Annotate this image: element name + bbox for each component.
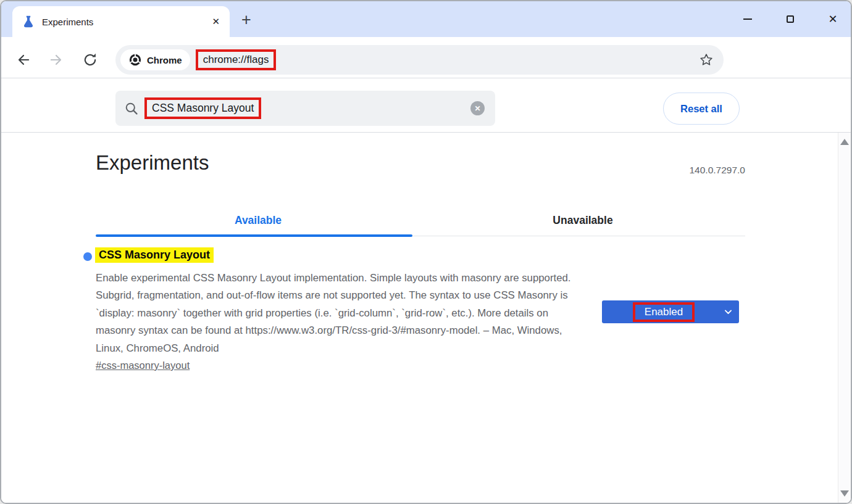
tab-title: Experiments — [42, 17, 212, 27]
reload-icon — [82, 52, 98, 68]
chrome-chip: Chrome — [120, 49, 190, 70]
maximize-button[interactable] — [783, 12, 797, 26]
search-icon — [124, 101, 139, 116]
forward-icon — [48, 52, 64, 68]
scrollbar[interactable] — [838, 133, 851, 503]
select-annotation-box: Enabled — [633, 302, 695, 322]
active-tab-underline — [96, 234, 412, 237]
browser-tab[interactable]: Experiments ✕ — [12, 6, 230, 37]
reset-all-button[interactable]: Reset all — [663, 93, 740, 125]
scroll-up-icon[interactable] — [840, 139, 849, 145]
back-button[interactable] — [15, 52, 31, 68]
browser-window: Experiments ✕ + ✕ — [0, 0, 852, 504]
flag-title-highlighted: CSS Masonry Layout — [95, 247, 214, 263]
clear-search-button[interactable]: ✕ — [470, 101, 485, 115]
new-tab-button[interactable]: + — [237, 10, 256, 29]
back-icon — [15, 52, 31, 68]
flag-state-select[interactable]: Enabled — [602, 300, 739, 323]
address-bar[interactable]: Chrome chrome://flags — [115, 45, 724, 75]
maximize-icon — [787, 15, 794, 23]
flag-permalink[interactable]: #css-masonry-layout — [96, 360, 190, 371]
bookmark-star-icon[interactable] — [699, 52, 714, 67]
toolbar: Chrome chrome://flags — [1, 37, 851, 78]
flags-page-content: Experiments 140.0.7297.0 Available Unava… — [1, 133, 851, 503]
minimize-icon — [743, 19, 752, 20]
minimize-button[interactable] — [741, 12, 754, 26]
url-text[interactable]: chrome://flags — [203, 54, 269, 66]
select-value: Enabled — [645, 306, 683, 318]
flag-bullet-dot — [83, 252, 92, 261]
chevron-down-icon — [723, 307, 733, 317]
flags-search-box[interactable]: CSS Masonry Layout ✕ — [115, 91, 495, 126]
chrome-logo-icon — [128, 53, 142, 67]
flask-icon — [22, 15, 35, 28]
flag-description: Enable experimental CSS Masonry Layout i… — [96, 270, 591, 357]
url-annotation-box: chrome://flags — [196, 49, 277, 70]
close-button[interactable]: ✕ — [826, 12, 840, 26]
tab-available[interactable]: Available — [96, 205, 420, 236]
forward-button[interactable] — [48, 52, 64, 68]
tab-bar: Experiments ✕ + ✕ — [1, 1, 851, 37]
search-input-value[interactable]: CSS Masonry Layout — [152, 102, 254, 114]
scroll-down-icon[interactable] — [840, 490, 849, 497]
tab-unavailable[interactable]: Unavailable — [420, 205, 745, 236]
chip-label: Chrome — [147, 55, 182, 65]
tab-close-icon[interactable]: ✕ — [212, 16, 220, 27]
flags-tabs: Available Unavailable — [96, 205, 745, 236]
search-annotation-box: CSS Masonry Layout — [144, 97, 261, 119]
close-icon: ✕ — [828, 14, 837, 25]
reload-button[interactable] — [82, 52, 98, 68]
flags-search-row: CSS Masonry Layout ✕ Reset all — [1, 78, 851, 133]
chrome-version: 140.0.7297.0 — [96, 165, 745, 176]
window-controls: ✕ — [741, 1, 840, 37]
